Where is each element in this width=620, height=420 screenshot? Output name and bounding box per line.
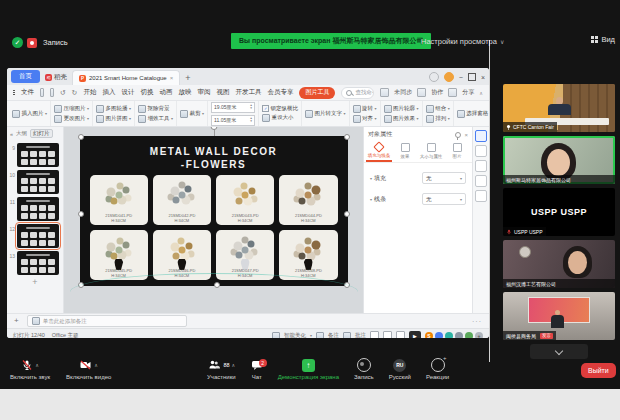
properties-strip-icon[interactable] [475, 130, 487, 142]
ime-icon[interactable] [455, 332, 463, 339]
menu-animation[interactable]: 动画 [159, 88, 172, 97]
reading-view-icon[interactable] [396, 331, 405, 338]
expand-icon[interactable]: ▾ [370, 197, 372, 202]
tab-outline[interactable]: 大纲 [16, 130, 27, 137]
slide-thumbnail[interactable] [17, 143, 59, 167]
picture-to-text-button[interactable]: 图片转文字▾ [305, 110, 346, 118]
menu-start[interactable]: 开始 [83, 88, 96, 97]
ime-more-icon[interactable]: + [475, 332, 483, 339]
close-tab-icon[interactable]: × [170, 75, 174, 81]
slide-thumbnail[interactable] [17, 197, 59, 221]
picture-effects-button[interactable]: 图片效果▾ [384, 115, 419, 123]
view-button[interactable]: Вид [591, 35, 615, 44]
interpretation-button[interactable]: RU Русский [389, 358, 411, 380]
participant-tile-active-speaker[interactable]: 福州斯马特家居饰品有限公司 [503, 136, 615, 184]
menu-design[interactable]: 设计 [121, 88, 134, 97]
reactions-button[interactable]: Реакции [426, 358, 449, 380]
align-button[interactable]: 对齐▾ [353, 115, 377, 123]
resize-handle[interactable] [78, 211, 84, 217]
slide-thumbnail[interactable] [17, 170, 59, 194]
close-panel-icon[interactable]: × [464, 132, 468, 138]
cutout-button[interactable]: 抠除背景 [138, 105, 173, 113]
notes-input[interactable]: 单击此处添加备注 [27, 315, 187, 327]
arrange-button[interactable]: 排列▾ [426, 115, 450, 123]
crop-button[interactable]: 裁剪▾ [180, 110, 204, 118]
participant-tile-cftc[interactable]: CFTC Canton Fair [503, 84, 615, 132]
command-search-input[interactable]: 查找命令，搜索模板 [341, 87, 374, 99]
slide-thumbnail-selected[interactable] [17, 224, 59, 248]
picture-outline-button[interactable]: 图片轮廓▾ [384, 105, 419, 113]
change-picture-button[interactable]: 更改图片▾ [54, 115, 89, 123]
insert-picture-button[interactable]: 插入图片▾ [12, 110, 47, 118]
unmute-button[interactable]: ∧ Включить звук [10, 358, 50, 380]
resource-strip-icon[interactable] [475, 190, 487, 202]
participant-tile-bureau[interactable]: 闽侯县商务局 发言 [503, 292, 615, 340]
slide-canvas[interactable]: METAL WALL DECOR -FLOWERS 21SMD041-PDH:3… [64, 127, 363, 313]
collage-button[interactable]: 图片拼图▾ [96, 115, 131, 123]
enhance-button[interactable]: 增效工具▾ [138, 115, 173, 123]
pin-icon[interactable] [455, 132, 461, 138]
beautify-button[interactable]: 智能美化 [284, 332, 306, 338]
share-screen-button[interactable]: ↑ Демонстрация экрана [278, 358, 339, 380]
rotate-handle[interactable] [210, 127, 217, 130]
ime-s-icon[interactable]: S [425, 332, 433, 339]
slide-thumbnail[interactable] [17, 251, 59, 275]
help-icon[interactable] [429, 72, 439, 82]
ime-icon[interactable] [465, 332, 473, 339]
carousel-button[interactable]: 多图轮播▾ [96, 105, 131, 113]
leave-meeting-button[interactable]: Выйти [581, 363, 616, 378]
resize-handle[interactable] [344, 134, 350, 140]
collaborate-label[interactable]: 协作 [431, 88, 443, 97]
account-avatar[interactable] [444, 72, 454, 82]
thumbnail-row[interactable]: 10 [7, 170, 63, 194]
slide-image-selected[interactable]: METAL WALL DECOR -FLOWERS 21SMD041-PDH:3… [80, 136, 348, 286]
menu-slideshow[interactable]: 放映 [178, 88, 191, 97]
participant-tile-uspp[interactable]: USPP USPP USPP USPP [503, 188, 615, 236]
view-settings-dropdown[interactable]: Настройки просмотра ∨ [421, 37, 504, 46]
menu-view[interactable]: 视图 [216, 88, 229, 97]
menu-devtools[interactable]: 开发工具 [235, 88, 261, 97]
maximize-button[interactable] [468, 73, 476, 81]
collapse-panel-icon[interactable]: « [10, 131, 13, 137]
selection-pane-button[interactable]: 选择窗格 [457, 110, 489, 118]
menu-insert[interactable]: 插入 [102, 88, 115, 97]
tab-slides[interactable]: 幻灯片 [30, 129, 53, 138]
video-options-caret[interactable]: ∧ [94, 362, 98, 368]
participant-tile-hanbo[interactable]: 福州汉博工艺有限公司 [503, 240, 615, 288]
redo-icon[interactable]: ↻ [72, 89, 78, 97]
resize-handle[interactable] [78, 134, 84, 140]
menu-member[interactable]: 会员专享 [267, 88, 293, 97]
slide-sorter-icon[interactable] [383, 331, 392, 338]
expand-icon[interactable]: ▾ [370, 176, 372, 181]
thumbnail-row[interactable]: 11 [7, 197, 63, 221]
ime-icon[interactable] [435, 332, 443, 339]
picture-tools-tab[interactable]: 图片工具 [299, 87, 335, 99]
menu-review[interactable]: 审阅 [197, 88, 210, 97]
participants-caret[interactable]: ∧ [232, 362, 236, 368]
tab-size-properties[interactable]: 大小与属性 [418, 141, 444, 162]
close-window-button[interactable]: × [481, 74, 485, 81]
tab-fill-line[interactable]: 填充与线条 [366, 141, 392, 162]
layout-strip-icon[interactable] [475, 160, 487, 172]
participants-button[interactable]: 88 ∧ Участники [207, 358, 236, 380]
share-label[interactable]: 分享 [462, 88, 474, 97]
menu-transition[interactable]: 切换 [140, 88, 153, 97]
print-icon[interactable] [50, 88, 54, 97]
sync-label[interactable]: 未同步 [394, 88, 412, 97]
group-button[interactable]: 组合▾ [426, 105, 450, 113]
save-icon[interactable] [40, 88, 44, 97]
new-slide-button[interactable]: + [14, 317, 19, 325]
width-field[interactable]: 11.05厘米▴▾ [211, 115, 255, 126]
resize-handle[interactable] [344, 211, 350, 217]
normal-view-icon[interactable] [370, 331, 379, 338]
compress-picture-button[interactable]: 压缩图片▾ [54, 105, 89, 113]
undo-icon[interactable]: ↺ [60, 89, 66, 97]
tab-picture[interactable]: 图片 [444, 141, 470, 162]
beautify-strip-icon[interactable] [475, 145, 487, 157]
start-video-button[interactable]: ∧ Включить видео [66, 358, 111, 380]
tab-effects[interactable]: 效果 [392, 141, 418, 162]
file-menu[interactable]: 文件 [21, 88, 34, 97]
record-button[interactable]: Запись [354, 358, 374, 380]
thumbnail-row-selected[interactable]: 12 [7, 224, 63, 248]
history-strip-icon[interactable] [475, 175, 487, 187]
